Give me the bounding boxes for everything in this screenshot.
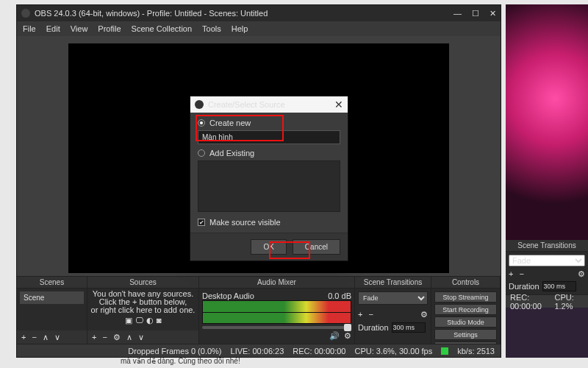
side-status-rec: REC: 00:00:00: [510, 293, 548, 311]
dialog-titlebar: Create/Select Source ✕: [190, 96, 348, 113]
status-kbs: kb/s: 2513: [457, 347, 495, 355]
sources-panel: Sources You don't have any sources. Clic…: [87, 277, 199, 344]
add-existing-radio[interactable]: Add Existing: [198, 149, 340, 158]
add-icon[interactable]: +: [92, 333, 96, 342]
scenes-panel: Scenes Scene + − ∧ ∨: [17, 277, 87, 344]
duration-input[interactable]: [392, 322, 426, 333]
create-source-dialog: Create/Select Source ✕ Create new Add Ex…: [190, 96, 348, 261]
add-icon[interactable]: +: [21, 333, 26, 342]
dialog-buttons: OK Cancel: [190, 233, 348, 261]
studio-mode-button[interactable]: Studio Mode: [434, 316, 497, 328]
side-preview-image: [506, 4, 588, 240]
page-caption: mà vẫn dễ dàng. Cùng theo dõi nhé!: [121, 357, 240, 365]
audio-mixer-panel: Audio Mixer Desktop Audio 0.0 dB 🔊 ⚙: [199, 277, 355, 344]
gear-icon[interactable]: ⚙: [344, 331, 351, 341]
cancel-button[interactable]: Cancel: [293, 239, 340, 255]
down-icon[interactable]: ∨: [138, 333, 144, 342]
transitions-body: Fade + − ⚙ Duration: [355, 289, 431, 344]
dialog-title: Create/Select Source: [208, 100, 285, 109]
radio-icon: [198, 149, 205, 157]
stop-streaming-button[interactable]: Stop Streaming: [434, 291, 497, 302]
start-recording-button[interactable]: Start Recording: [434, 304, 497, 315]
up-icon[interactable]: ∧: [126, 333, 132, 342]
gear-icon[interactable]: ⚙: [420, 310, 428, 319]
up-icon[interactable]: ∧: [43, 333, 49, 342]
obs-logo-icon: [21, 9, 30, 18]
mixer-header: Audio Mixer: [199, 277, 354, 289]
speaker-icon[interactable]: 🔊: [329, 331, 340, 341]
source-name-input[interactable]: [198, 130, 340, 144]
sources-header: Sources: [87, 277, 198, 289]
gear-icon[interactable]: ⚙: [578, 269, 585, 279]
remove-icon[interactable]: −: [368, 310, 373, 319]
duration-input[interactable]: [542, 281, 576, 291]
existing-sources-list[interactable]: [198, 160, 340, 212]
make-visible-checkbox[interactable]: ✔ Make source visible: [198, 218, 340, 227]
ok-button[interactable]: OK: [251, 239, 286, 255]
sources-placeholder-icons: ▣ 🖵 ◐ ◙: [89, 316, 197, 325]
side-peek: Scene Transitions Fade + − ⚙ Duration RE…: [506, 4, 588, 358]
make-visible-label: Make source visible: [209, 218, 281, 227]
statusbar: Dropped Frames 0 (0.0%) LIVE: 00:06:23 R…: [17, 344, 501, 357]
status-cpu: CPU: 3.6%, 30.00 fps: [354, 347, 432, 355]
camera-icon: ◙: [157, 316, 162, 325]
sources-empty-line: or right click here to add one.: [89, 306, 197, 314]
window-title: OBS 24.0.3 (64-bit, windows) - Profile: …: [35, 9, 268, 18]
volume-slider[interactable]: [202, 326, 351, 329]
monitor-icon: 🖵: [135, 316, 143, 325]
add-existing-label: Add Existing: [209, 149, 254, 158]
transitions-panel: Scene Transitions Fade + − ⚙ Duration: [355, 277, 431, 344]
remove-icon[interactable]: −: [102, 333, 107, 342]
image-icon: ▣: [125, 316, 132, 325]
menu-view[interactable]: View: [71, 24, 88, 33]
create-new-label: Create new: [209, 118, 251, 127]
down-icon[interactable]: ∨: [54, 333, 60, 342]
menu-edit[interactable]: Edit: [46, 24, 60, 33]
add-icon[interactable]: +: [509, 269, 513, 278]
remove-icon[interactable]: −: [519, 269, 523, 278]
duration-label: Duration: [358, 323, 389, 332]
sources-empty[interactable]: You don't have any sources. Click the + …: [87, 289, 198, 330]
status-rec: REC: 00:00:00: [293, 347, 345, 355]
status-dropped: Dropped Frames 0 (0.0%): [128, 347, 221, 355]
scenes-list[interactable]: Scene: [17, 289, 87, 330]
gear-icon[interactable]: ⚙: [113, 333, 121, 342]
globe-icon: ◐: [146, 316, 154, 325]
mixer-track-label: Desktop Audio: [202, 291, 254, 300]
audio-meter: [202, 300, 351, 324]
status-indicator-icon: [441, 347, 448, 355]
transition-select[interactable]: Fade: [509, 255, 585, 266]
controls-header: Controls: [431, 277, 500, 289]
remove-icon[interactable]: −: [32, 333, 36, 342]
dialog-body: Create new Add Existing ✔ Make source vi…: [190, 113, 348, 233]
maximize-icon[interactable]: ☐: [472, 9, 479, 18]
menu-file[interactable]: File: [23, 24, 36, 33]
radio-icon: [198, 119, 205, 127]
mixer-body: Desktop Audio 0.0 dB 🔊 ⚙: [199, 289, 354, 344]
scenes-tools: + − ∧ ∨: [17, 330, 87, 344]
side-statusbar: REC: 00:00:00 CPU: 1.2%: [506, 294, 588, 308]
controls-panel: Controls Stop Streaming Start Recording …: [431, 277, 501, 344]
close-icon[interactable]: ✕: [334, 99, 343, 110]
scene-item[interactable]: Scene: [20, 291, 84, 304]
side-panels: Scene Transitions Fade + − ⚙ Duration: [506, 240, 588, 294]
bottom-panels: Scenes Scene + − ∧ ∨ Sources You don't h…: [17, 276, 501, 344]
menu-profile[interactable]: Profile: [98, 24, 121, 33]
create-new-radio[interactable]: Create new: [198, 118, 340, 127]
checkbox-icon: ✔: [198, 219, 205, 226]
menu-help[interactable]: Help: [232, 24, 248, 33]
menu-tools[interactable]: Tools: [202, 24, 221, 33]
side-trans-header: Scene Transitions: [506, 240, 588, 252]
add-icon[interactable]: +: [358, 310, 362, 319]
minimize-icon[interactable]: —: [453, 9, 462, 18]
menu-scene-collection[interactable]: Scene Collection: [132, 24, 193, 33]
settings-button[interactable]: Settings: [434, 329, 497, 340]
close-icon[interactable]: ✕: [490, 9, 496, 18]
side-status-cpu: CPU: 1.2%: [554, 293, 584, 311]
menubar: File Edit View Profile Scene Collection …: [17, 21, 501, 36]
scenes-header: Scenes: [17, 277, 87, 289]
status-live: LIVE: 00:06:23: [231, 347, 284, 355]
transition-select[interactable]: Fade: [358, 291, 428, 305]
window-buttons: — ☐ ✕: [453, 9, 496, 18]
duration-label: Duration: [509, 282, 539, 291]
